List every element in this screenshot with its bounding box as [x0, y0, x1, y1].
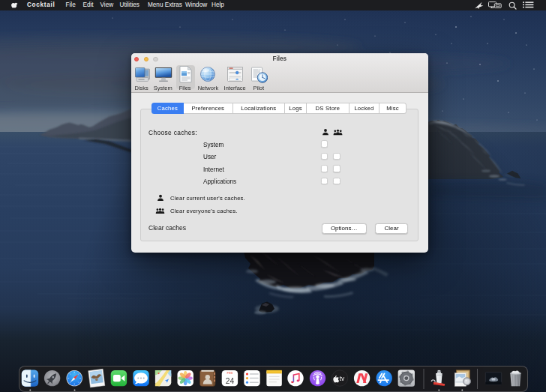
svg-text:24: 24 — [225, 377, 234, 385]
svg-text:FEB: FEB — [226, 371, 232, 375]
svg-text:tv: tv — [339, 375, 344, 382]
